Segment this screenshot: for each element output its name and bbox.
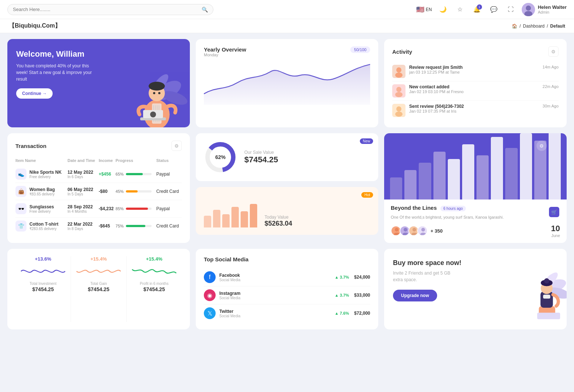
beyond-bar-8: [505, 148, 517, 199]
item-status-0: Paypal: [156, 166, 182, 183]
svg-point-51: [544, 279, 549, 284]
svg-point-26: [396, 106, 401, 112]
social-item-1: ◉ Instagram Social Media ▲ 3.7% $33,000: [204, 286, 370, 304]
activity-desc-1: Jan 02 19 03:10 PM at Fresno: [409, 89, 539, 94]
social-sub-2: Social Media: [219, 314, 240, 318]
beyond-bar-3: [433, 152, 446, 199]
svg-point-38: [412, 228, 416, 232]
item-name-0: Nike Sports NK: [29, 170, 61, 175]
item-progress-0: 65%: [116, 172, 156, 176]
beyond-gear-button[interactable]: ⚙: [536, 141, 547, 151]
item-days-2: In 4 Months: [67, 209, 99, 213]
svg-point-41: [421, 228, 425, 232]
welcome-title: Welcome, William: [16, 49, 181, 59]
metric-pct-1: +15.4%: [91, 256, 107, 262]
chat-icon: 💬: [490, 6, 497, 13]
svg-point-24: [395, 92, 403, 97]
svg-point-1: [526, 6, 531, 11]
beyond-bar-5: [462, 144, 474, 199]
item-days-3: In 8 Days: [67, 227, 99, 231]
beyond-title: Beyond the Lines: [391, 205, 437, 211]
breadcrumb: 🏠 / Dashboard / Default: [512, 24, 565, 29]
svg-point-35: [404, 228, 407, 232]
today-bar-3: [231, 207, 239, 227]
beyond-info: Beyond the Lines 6 hours ago One Of the …: [384, 199, 567, 243]
upgrade-desc: Invite 2 Friends and get 5 GB extra spac…: [393, 270, 459, 283]
transaction-table: Item Name Date and Time Income Progress …: [15, 157, 182, 234]
col-date-time: Date and Time: [67, 157, 99, 166]
expand-button[interactable]: ⛶: [505, 4, 517, 15]
upgrade-button[interactable]: Upgrade now: [393, 290, 437, 301]
table-row: 👟 Nike Sports NK Free delivery 12 May 20…: [15, 166, 182, 183]
language-selector[interactable]: 🇺🇸 EN: [416, 6, 432, 14]
svg-point-32: [395, 228, 398, 232]
activity-time-0: 14m Ago: [543, 65, 559, 69]
beyond-date-label: June: [551, 233, 560, 238]
social-item-0: f Facebook Social Media ▲ 3.7% $24,000: [204, 268, 370, 286]
activity-settings-button[interactable]: ⚙: [548, 46, 559, 57]
yearly-subtitle: Monday: [204, 53, 246, 57]
beyond-date: 10: [551, 224, 560, 233]
metric-label-1: Total Gain: [90, 282, 107, 286]
top-navigation: 🔍 🇺🇸 EN 🌙 ☆ 🔔 1 💬 ⛶: [0, 0, 574, 19]
beyond-plus-count: + 350: [431, 228, 443, 234]
activity-title-1: New contact added: [409, 84, 539, 89]
svg-rect-52: [543, 295, 550, 299]
metric-label-0: Total Investment: [30, 282, 57, 286]
beyond-bar-4: [448, 159, 460, 199]
item-icon-3: 👕: [15, 220, 26, 232]
breadcrumb-current: Default: [550, 24, 565, 29]
search-bar[interactable]: 🔍: [7, 4, 213, 15]
item-status-1: Credit Card: [156, 183, 182, 200]
breadcrumb-bar: 【Biqubiqu.Com】 🏠 / Dashboard / Default: [0, 19, 574, 33]
svg-point-27: [395, 112, 403, 117]
social-amount-0: $24,000: [354, 275, 370, 280]
breadcrumb-dashboard[interactable]: Dashboard: [523, 24, 545, 29]
svg-point-23: [396, 87, 401, 92]
star-icon: ☆: [457, 6, 463, 13]
col-income: Income: [99, 157, 116, 166]
item-days-0: In 6 Days: [67, 175, 99, 179]
transaction-settings-button[interactable]: ⚙: [171, 141, 182, 151]
item-name-2: Sunglasses: [29, 204, 54, 209]
messages-button[interactable]: 💬: [488, 4, 500, 15]
user-profile[interactable]: Helen Walter Admin: [522, 3, 567, 16]
notification-badge: 1: [477, 4, 482, 10]
yearly-title: Yearly Overview: [204, 46, 246, 53]
notifications-button[interactable]: 🔔 1: [471, 4, 483, 15]
metric-value-0: $7454.25: [32, 286, 54, 292]
item-sub-1: ₹83.65 delivery: [29, 192, 55, 196]
today-label: Today Value: [265, 215, 292, 220]
metric-pct-2: +15.4%: [146, 256, 162, 262]
search-input[interactable]: [13, 7, 199, 12]
social-growth-2: ▲ 7.6%: [335, 311, 349, 315]
activity-time-2: 30m Ago: [543, 104, 559, 108]
dark-mode-toggle[interactable]: 🌙: [437, 4, 449, 15]
social-icon-2: 𝕏: [204, 307, 216, 319]
item-date-1: 06 May 2022: [67, 187, 99, 192]
today-bar-2: [222, 214, 230, 227]
activity-title-2: Sent review (504)236-7302: [409, 104, 539, 109]
metric-label-2: Profit in 6 months: [140, 282, 169, 286]
user-role: Admin: [538, 10, 567, 14]
table-row: 👜 Women Bag ₹83.65 delivery 06 May 2022 …: [15, 183, 182, 200]
social-media-card: Top Social Media f Facebook Social Media…: [196, 249, 378, 329]
today-bar-4: [241, 211, 248, 227]
favorites-button[interactable]: ☆: [454, 4, 466, 15]
yearly-badge: 50/100: [350, 46, 370, 53]
item-status-3: Credit Card: [156, 218, 182, 235]
item-date-0: 12 May 2022: [67, 170, 99, 175]
beyond-card: ⚙ 🛒 Beyond the Lines 6 hours ago One Of …: [384, 133, 567, 243]
svg-point-20: [396, 67, 401, 73]
upgrade-card: Buy more space now! Invite 2 Friends and…: [384, 249, 567, 329]
today-bar-5: [250, 204, 257, 227]
item-sub-0: Free delivery: [29, 175, 61, 179]
social-name-0: Facebook: [219, 273, 240, 278]
beyond-cart-button[interactable]: 🛒: [549, 207, 559, 217]
item-date-2: 28 Sep 2022: [67, 204, 99, 209]
activity-title-0: Review request jim Smith: [409, 65, 539, 70]
beyond-bar-1: [404, 170, 417, 199]
continue-button[interactable]: Continue →: [16, 88, 53, 99]
activity-card: Activity ⚙ Review request jim Smith jan …: [384, 39, 567, 127]
beyond-bar-6: [476, 155, 489, 199]
